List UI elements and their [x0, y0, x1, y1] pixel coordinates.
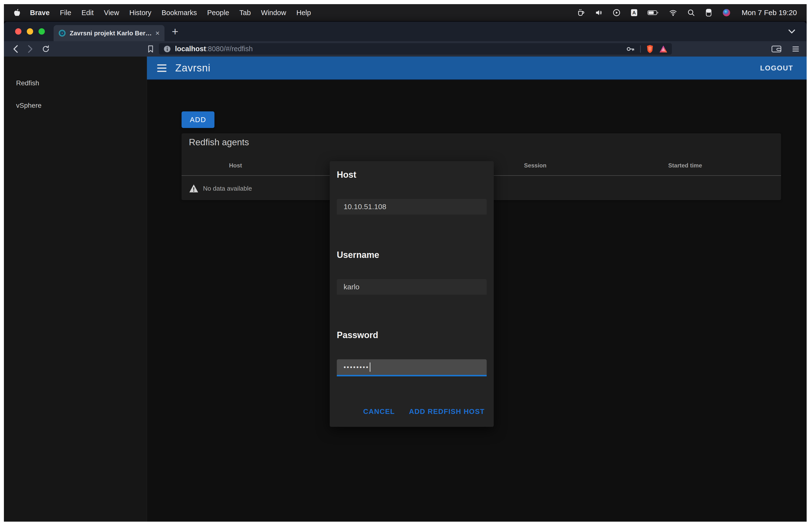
- browser-tab[interactable]: Zavrsni projekt Karlo Bertina ×: [54, 25, 164, 41]
- add-redfish-host-dialog: Host 10.10.51.108 Username karlo Passwor…: [330, 161, 494, 427]
- brave-shield-icon[interactable]: [646, 45, 654, 53]
- desktop-screen: Brave File Edit View History Bookmarks P…: [4, 4, 807, 522]
- tab-favicon-icon: [58, 29, 66, 37]
- menubar-item-history[interactable]: History: [124, 9, 157, 17]
- navigation-drawer: Redfish vSphere: [4, 57, 147, 522]
- playback-icon[interactable]: [612, 9, 621, 17]
- sidebar-item-label: Redfish: [16, 79, 39, 87]
- card-title: Redfish agents: [189, 137, 249, 147]
- column-header-started-time[interactable]: Started time: [668, 162, 702, 169]
- apple-menu-icon[interactable]: [14, 9, 20, 17]
- menubar-item-bookmarks[interactable]: Bookmarks: [157, 9, 202, 17]
- zoom-window-button[interactable]: [39, 28, 45, 34]
- sidebar-item-vsphere[interactable]: vSphere: [4, 94, 147, 117]
- address-bar[interactable]: localhost:8080/#/redfish: [159, 43, 672, 55]
- dialog-actions: CANCEL ADD REDFISH HOST: [337, 408, 487, 416]
- warning-icon: [189, 184, 199, 193]
- username-input-value: karlo: [344, 283, 360, 291]
- spotlight-search-icon[interactable]: [687, 9, 695, 17]
- browser-tabbar: Zavrsni projekt Karlo Bertina × +: [4, 22, 807, 41]
- password-key-icon[interactable]: [626, 45, 635, 53]
- add-button[interactable]: ADD: [182, 111, 215, 128]
- divider: [640, 45, 641, 53]
- logout-button[interactable]: LOGOUT: [760, 64, 793, 72]
- macos-menubar: Brave File Edit View History Bookmarks P…: [4, 4, 807, 21]
- battery-icon[interactable]: [648, 9, 659, 17]
- url-path: :8080/#/redfish: [206, 45, 253, 53]
- host-field-label: Host: [337, 170, 487, 180]
- reload-button[interactable]: [41, 45, 51, 53]
- input-source-icon[interactable]: A: [630, 9, 638, 17]
- empty-table-text: No data available: [203, 185, 252, 192]
- browser-toolbar: localhost:8080/#/redfish: [4, 41, 807, 57]
- browser-window: Zavrsni projekt Karlo Bertina × +: [4, 22, 807, 522]
- volume-icon[interactable]: [594, 9, 603, 17]
- minimize-window-button[interactable]: [27, 28, 33, 34]
- svg-text:A: A: [633, 10, 636, 15]
- forward-button[interactable]: [25, 45, 35, 53]
- cancel-button[interactable]: CANCEL: [363, 408, 395, 416]
- sidebar-item-label: vSphere: [16, 102, 41, 110]
- host-input-value: 10.10.51.108: [344, 202, 386, 211]
- sidebar-item-redfish[interactable]: Redfish: [4, 72, 147, 94]
- column-header-host[interactable]: Host: [229, 162, 242, 169]
- text-cursor: [370, 362, 371, 372]
- app-bar: Zavrsni LOGOUT: [147, 57, 807, 80]
- tab-search-chevron-icon[interactable]: [788, 29, 796, 34]
- url-host: localhost: [175, 45, 206, 53]
- menubar-item-people[interactable]: People: [202, 9, 234, 17]
- column-header-session[interactable]: Session: [524, 162, 546, 169]
- switch-control-icon[interactable]: [705, 9, 713, 17]
- password-input[interactable]: ••••••••: [337, 359, 487, 376]
- brave-wallet-icon[interactable]: [771, 45, 781, 53]
- tab-title: Zavrsni projekt Karlo Bertina: [70, 29, 152, 37]
- username-field-label: Username: [337, 250, 487, 260]
- host-input[interactable]: 10.10.51.108: [337, 199, 487, 214]
- menubar-item-file[interactable]: File: [55, 9, 76, 17]
- menubar-item-window[interactable]: Window: [256, 9, 291, 17]
- empty-table-row: No data available: [189, 181, 252, 196]
- add-redfish-host-button[interactable]: ADD REDFISH HOST: [409, 408, 485, 416]
- page-content: Redfish vSphere Zavrsni LOGOUT ADD Redfi…: [4, 57, 807, 522]
- app-title: Zavrsni: [175, 62, 211, 74]
- new-tab-button[interactable]: +: [172, 25, 178, 38]
- menubar-item-view[interactable]: View: [99, 9, 124, 17]
- menubar-item-tab[interactable]: Tab: [234, 9, 256, 17]
- password-input-value: ••••••••: [344, 364, 369, 371]
- browser-menu-icon[interactable]: [792, 45, 800, 53]
- menubar-item-help[interactable]: Help: [291, 9, 316, 17]
- coffee-cup-icon[interactable]: [577, 9, 585, 17]
- back-button[interactable]: [11, 45, 20, 53]
- wifi-icon[interactable]: [668, 9, 678, 17]
- siri-icon[interactable]: [722, 8, 731, 17]
- drawer-toggle-icon[interactable]: [157, 65, 166, 72]
- tab-close-icon[interactable]: ×: [155, 29, 160, 37]
- close-window-button[interactable]: [15, 28, 21, 34]
- password-field-label: Password: [337, 330, 487, 340]
- menubar-clock[interactable]: Mon 7 Feb 19:20: [742, 9, 797, 17]
- site-info-icon[interactable]: [163, 45, 171, 53]
- menubar-item-brave[interactable]: Brave: [25, 9, 55, 17]
- menubar-item-edit[interactable]: Edit: [76, 9, 99, 17]
- redfish-page: ADD Redfish agents Host Session Started …: [147, 80, 807, 522]
- bookmark-icon[interactable]: [146, 45, 156, 53]
- username-input[interactable]: karlo: [337, 279, 487, 295]
- brave-rewards-triangle-icon[interactable]: [659, 45, 667, 53]
